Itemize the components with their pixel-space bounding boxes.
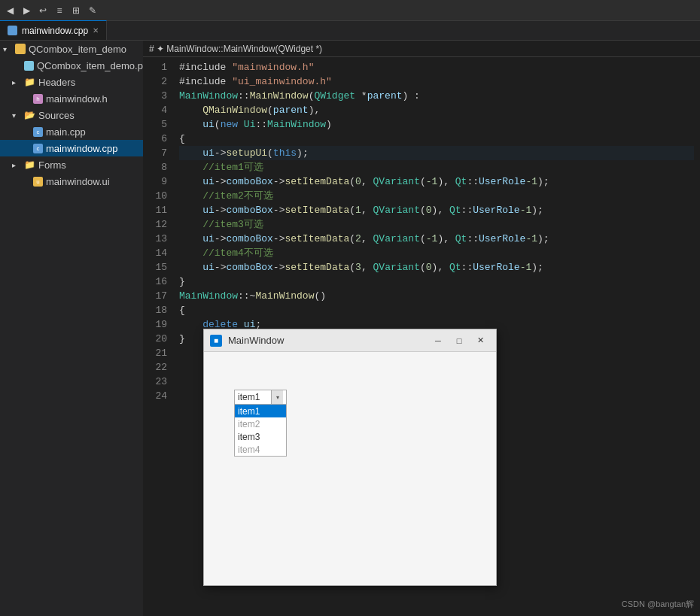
dropdown-item-item1[interactable]: item1: [235, 405, 286, 417]
win-title-icon: ■: [210, 335, 222, 347]
win-title-text: MainWindow: [228, 335, 422, 346]
win-content: item1 ▾ item1 item2 item3 item4: [204, 352, 496, 585]
tab-mainwindow-cpp[interactable]: mainwindow.cpp ✕: [0, 20, 107, 40]
sidebar: ▾ QCombox_item_demo QCombox_item_demo.p …: [0, 41, 143, 616]
tab-bar: mainwindow.cpp ✕: [0, 21, 700, 41]
close-button[interactable]: ✕: [470, 333, 490, 348]
watermark: CSDN @bangtan辉: [622, 599, 694, 610]
sidebar-item-forms[interactable]: ▸ 📁 Forms: [0, 156, 143, 173]
tab-label: mainwindow.cpp: [22, 26, 88, 36]
mainwindow-h-label: mainwindow.h: [46, 93, 108, 105]
breadcrumb-text: # ✦ MainWindow::MainWindow(QWidget *): [149, 44, 322, 54]
tab-close-icon[interactable]: ✕: [93, 26, 99, 35]
dropdown-item-item2: item2: [235, 417, 286, 430]
combobox[interactable]: item1 ▾: [234, 390, 287, 405]
sidebar-item-project-file[interactable]: QCombox_item_demo.p: [0, 57, 143, 74]
ui-file-icon: u: [33, 177, 43, 187]
grid-icon[interactable]: ⊞: [69, 4, 83, 17]
main-area: ▾ QCombox_item_demo QCombox_item_demo.p …: [0, 41, 700, 616]
project-label: QCombox_item_demo: [29, 44, 126, 55]
menu-icon[interactable]: ≡: [53, 4, 66, 17]
main-cpp-label: main.cpp: [46, 126, 86, 138]
sidebar-item-mainwindow-cpp[interactable]: c mainwindow.cpp: [0, 140, 143, 156]
combobox-dropdown-icon[interactable]: ▾: [271, 390, 283, 404]
forms-folder-icon: 📁: [24, 159, 35, 170]
maximize-button[interactable]: □: [449, 333, 469, 348]
line-numbers: 123456789101112131415161718192021222324: [143, 57, 173, 616]
project-file-label: QCombox_item_demo.p: [37, 60, 143, 71]
headers-label: Headers: [38, 77, 75, 88]
main-cpp-icon: c: [33, 127, 43, 137]
sidebar-item-mainwindow-ui[interactable]: u mainwindow.ui: [0, 173, 143, 190]
dropdown: item1 item2 item3 item4: [234, 405, 287, 457]
h-file-icon: h: [33, 94, 43, 104]
project-arrow: ▾: [3, 45, 12, 53]
editor-area: # ✦ MainWindow::MainWindow(QWidget *) 12…: [143, 41, 700, 616]
win-controls: ─ □ ✕: [428, 333, 490, 348]
sidebar-item-sources[interactable]: ▾ 📂 Sources: [0, 107, 143, 123]
mainwindow-ui-label: mainwindow.ui: [46, 176, 110, 187]
toolbar: ◀ ▶ ↩ ≡ ⊞ ✎: [0, 0, 700, 21]
dropdown-item-item4: item4: [235, 443, 286, 456]
dropdown-item-item3[interactable]: item3: [235, 430, 286, 443]
watermark-text: CSDN @bangtan辉: [622, 599, 694, 608]
forms-arrow: ▸: [12, 161, 21, 169]
cpp-file-icon: [8, 26, 17, 35]
undo-icon[interactable]: ↩: [36, 4, 50, 17]
forward-icon[interactable]: ▶: [20, 4, 33, 17]
mainwindow-cpp-label: mainwindow.cpp: [46, 143, 117, 154]
project-file-icon: [24, 61, 34, 71]
back-icon[interactable]: ◀: [3, 4, 17, 17]
sources-folder-icon: 📂: [24, 110, 35, 120]
sidebar-item-headers[interactable]: ▸ 📁 Headers: [0, 74, 143, 90]
minimize-button[interactable]: ─: [428, 333, 448, 348]
mainwindow-cpp-icon: c: [33, 144, 43, 153]
project-icon: [15, 44, 26, 54]
sources-arrow: ▾: [12, 111, 21, 120]
breadcrumb: # ✦ MainWindow::MainWindow(QWidget *): [143, 41, 700, 57]
win-titlebar: ■ MainWindow ─ □ ✕: [204, 329, 496, 352]
sidebar-item-main-cpp[interactable]: c main.cpp: [0, 123, 143, 140]
sources-label: Sources: [38, 110, 75, 121]
combobox-area: item1 ▾ item1 item2 item3 item4: [234, 390, 287, 405]
sidebar-item-mainwindow-h[interactable]: h mainwindow.h: [0, 90, 143, 107]
headers-arrow: ▸: [12, 78, 21, 86]
forms-label: Forms: [38, 159, 66, 171]
sidebar-item-project[interactable]: ▾ QCombox_item_demo: [0, 41, 143, 57]
headers-folder-icon: 📁: [24, 77, 35, 87]
preview-window: ■ MainWindow ─ □ ✕ item1 ▾ item1 item2: [203, 329, 497, 586]
edit-icon[interactable]: ✎: [86, 4, 99, 17]
combobox-value: item1: [238, 392, 271, 402]
